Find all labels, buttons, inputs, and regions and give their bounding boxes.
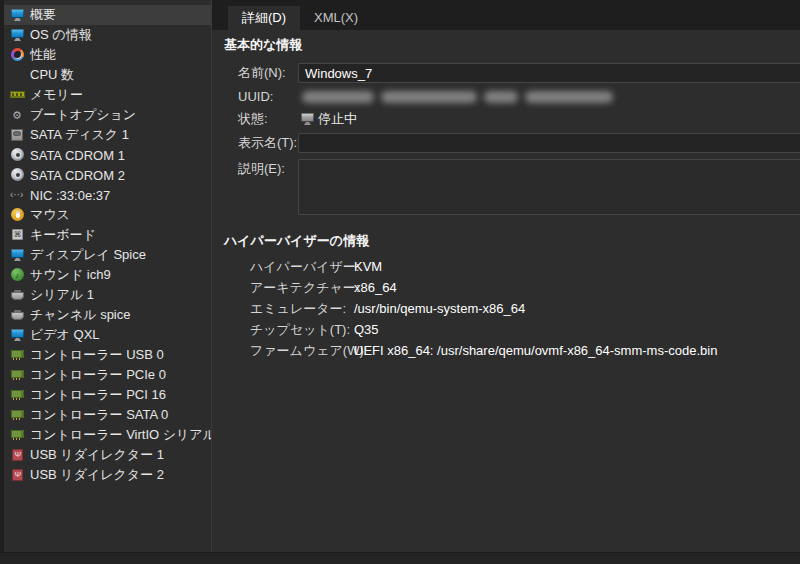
- sidebar-item-label: NIC :33:0e:37: [30, 188, 110, 203]
- sidebar-item-17[interactable]: ビデオ QXL: [4, 325, 211, 345]
- sidebar-item-3[interactable]: 性能: [4, 45, 211, 65]
- hypervisor-row-value: KVM: [354, 256, 800, 277]
- hypervisor-row-label: エミュレーター:: [250, 298, 354, 319]
- sidebar-item-label: OS の情報: [30, 26, 92, 44]
- sidebar-item-label: CPU 数: [30, 66, 74, 84]
- monitor-icon: [10, 248, 26, 262]
- keyboard-icon: [10, 228, 26, 242]
- sidebar-item-13[interactable]: ディスプレイ Spice: [4, 245, 211, 265]
- sidebar-item-label: シリアル 1: [30, 286, 94, 304]
- monitor-icon: [10, 28, 26, 42]
- usb-icon: [10, 448, 26, 462]
- gear-icon: [10, 108, 26, 122]
- details-tabbar: 詳細(D) XML(X): [212, 0, 800, 30]
- sidebar-item-9[interactable]: SATA CDROM 2: [4, 165, 211, 185]
- sidebar-item-12[interactable]: キーボード: [4, 225, 211, 245]
- basic-info-heading: 基本的な情報: [224, 36, 800, 54]
- sidebar-item-label: メモリー: [30, 86, 83, 104]
- hypervisor-row-label: アーキテクチャー:: [250, 277, 354, 298]
- sidebar-item-label: USB リダイレクター 1: [30, 446, 164, 464]
- hypervisor-row-value: UEFI x86_64: /usr/share/qemu/ovmf-x86_64…: [354, 340, 800, 361]
- hardware-sidebar: 概要 OS の情報 性能 CPU 数 メモリー ブートオプション SATA ディ…: [4, 0, 211, 552]
- pci-icon: [10, 408, 26, 422]
- sidebar-item-label: コントローラー SATA 0: [30, 406, 168, 424]
- sidebar-item-label: チャンネル spice: [30, 306, 130, 324]
- sidebar-item-1[interactable]: 概要: [4, 5, 211, 25]
- sidebar-item-22[interactable]: コントローラー VirtIO シリアル 0: [4, 425, 211, 445]
- sidebar-item-18[interactable]: コントローラー USB 0: [4, 345, 211, 365]
- sidebar-item-label: コントローラー VirtIO シリアル 0: [30, 426, 211, 444]
- sidebar-item-label: 性能: [30, 46, 56, 64]
- hypervisor-row-label: ハイパーバイザー:: [250, 256, 354, 277]
- hypervisor-row-value: Q35: [354, 319, 800, 340]
- serial-icon: [10, 288, 26, 302]
- basic-info-form: 名前(N): UUID: 状態:: [238, 60, 800, 218]
- shutoff-monitor-icon: [300, 112, 316, 126]
- sidebar-item-5[interactable]: メモリー: [4, 85, 211, 105]
- disk-icon: [10, 128, 26, 142]
- sidebar-item-15[interactable]: シリアル 1: [4, 285, 211, 305]
- sidebar-item-label: サウンド ich9: [30, 266, 111, 284]
- cdrom-icon: [10, 168, 26, 182]
- details-content: 基本的な情報 名前(N): UUID: 状態:: [212, 30, 800, 361]
- sidebar-item-23[interactable]: USB リダイレクター 1: [4, 445, 211, 465]
- sidebar-item-label: コントローラー USB 0: [30, 346, 164, 364]
- title-input[interactable]: [298, 133, 800, 153]
- sidebar-item-11[interactable]: マウス: [4, 205, 211, 225]
- details-pane: 詳細(D) XML(X) 基本的な情報 名前(N): UUID:: [212, 0, 800, 552]
- uuid-label: UUID:: [238, 86, 298, 108]
- status-text: 停止中: [318, 110, 357, 128]
- sidebar-item-24[interactable]: USB リダイレクター 2: [4, 465, 211, 485]
- hypervisor-row-label: チップセット(T):: [250, 319, 354, 340]
- sidebar-item-8[interactable]: SATA CDROM 1: [4, 145, 211, 165]
- sidebar-item-2[interactable]: OS の情報: [4, 25, 211, 45]
- monitor-icon: [10, 8, 26, 22]
- sidebar-item-14[interactable]: サウンド ich9: [4, 265, 211, 285]
- sidebar-item-label: コントローラー PCI 16: [30, 386, 166, 404]
- sidebar-item-label: ブートオプション: [30, 106, 136, 124]
- gauge-icon: [10, 48, 26, 62]
- vm-details-window: 概要 OS の情報 性能 CPU 数 メモリー ブートオプション SATA ディ…: [0, 0, 800, 564]
- description-label: 説明(E):: [238, 156, 298, 178]
- sidebar-item-4[interactable]: CPU 数: [4, 65, 211, 85]
- hypervisor-row-value: /usr/bin/qemu-system-x86_64: [354, 298, 800, 319]
- sidebar-item-16[interactable]: チャンネル spice: [4, 305, 211, 325]
- description-textarea[interactable]: [298, 159, 800, 215]
- sidebar-item-19[interactable]: コントローラー PCIe 0: [4, 365, 211, 385]
- window-bottom-bar: [0, 552, 800, 564]
- sidebar-item-label: ビデオ QXL: [30, 326, 100, 344]
- sidebar-item-6[interactable]: ブートオプション: [4, 105, 211, 125]
- monitor-icon: [10, 328, 26, 342]
- serial-icon: [10, 308, 26, 322]
- sidebar-item-20[interactable]: コントローラー PCI 16: [4, 385, 211, 405]
- sidebar-item-21[interactable]: コントローラー SATA 0: [4, 405, 211, 425]
- hypervisor-row-value: x86_64: [354, 277, 800, 298]
- uuid-value-redacted: [302, 89, 613, 105]
- name-input[interactable]: [298, 63, 800, 83]
- hypervisor-row-label: ファームウェア(W):: [250, 340, 354, 361]
- title-label: 表示名(T):: [238, 130, 298, 156]
- pci-icon: [10, 428, 26, 442]
- sound-icon: [10, 268, 26, 282]
- status-label: 状態:: [238, 108, 298, 130]
- cdrom-icon: [10, 148, 26, 162]
- nic-icon: [10, 188, 26, 202]
- usb-icon: [10, 468, 26, 482]
- name-label: 名前(N):: [238, 60, 298, 86]
- no-icon: [10, 68, 26, 82]
- sidebar-item-7[interactable]: SATA ディスク 1: [4, 125, 211, 145]
- mouse-icon: [10, 208, 26, 222]
- sidebar-item-10[interactable]: NIC :33:0e:37: [4, 185, 211, 205]
- sidebar-item-label: SATA CDROM 1: [30, 148, 125, 163]
- status-value: 停止中: [300, 110, 357, 128]
- sidebar-item-label: USB リダイレクター 2: [30, 466, 164, 484]
- sidebar-item-label: マウス: [30, 206, 70, 224]
- tab-xml[interactable]: XML(X): [300, 6, 372, 30]
- sidebar-item-label: SATA ディスク 1: [30, 126, 129, 144]
- hypervisor-info-heading: ハイパーバイザーの情報: [224, 232, 800, 250]
- tab-details[interactable]: 詳細(D): [228, 6, 300, 30]
- sidebar-item-label: ディスプレイ Spice: [30, 246, 146, 264]
- sidebar-item-label: キーボード: [30, 226, 96, 244]
- pci-icon: [10, 368, 26, 382]
- pci-icon: [10, 388, 26, 402]
